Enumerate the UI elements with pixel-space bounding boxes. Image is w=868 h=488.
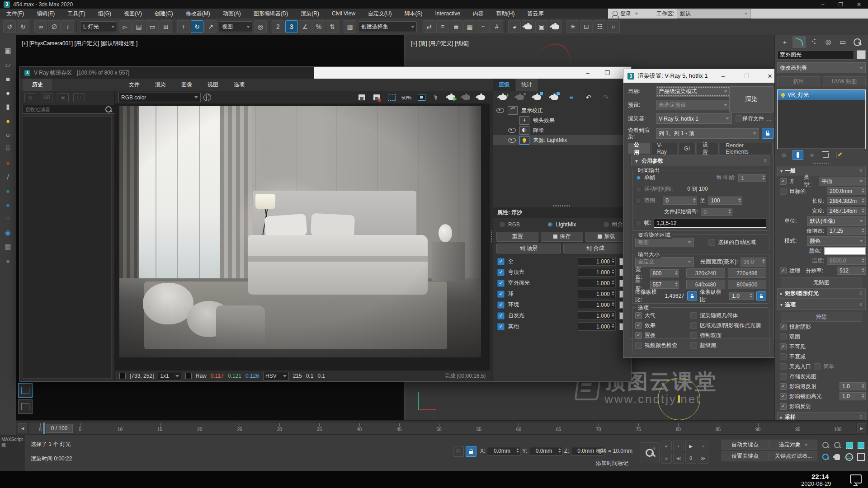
temperature-spinner[interactable]: 6500.0 [827,257,866,265]
source-radio-LightMix[interactable]: LightMix [547,221,576,228]
lightmix-row-穹顶光[interactable]: ✓穹顶光1.000 [493,267,631,278]
range-radio[interactable] [635,197,642,204]
light-multiplier-field[interactable]: 1.000 [578,311,616,320]
chat-bubble-icon[interactable] [850,474,862,483]
maximize-button[interactable]: ❐ [832,0,850,9]
lightmix-reset-button[interactable]: 重置 [496,232,538,242]
history-save-icon[interactable]: ▥ [24,93,36,102]
target-distance-spinner[interactable]: 200.0mm [827,187,866,195]
width-spinner[interactable]: 800 [650,269,679,277]
hierarchy-tab[interactable]: ⠪ [807,36,821,48]
visibility-eye-icon[interactable] [508,128,516,133]
timeline-range[interactable]: 0 / 100 [46,424,73,433]
vfb-menu-视图[interactable]: 视图 [200,79,226,91]
play-icon[interactable]: ▶ [685,441,696,451]
menu-item-编辑(E)[interactable]: 编辑(E) [30,9,61,19]
vfb-minimize-button[interactable]: – [580,67,595,79]
vfb-menu-图像[interactable]: 图像 [174,79,200,91]
width-spinner-light[interactable]: 2467.145m [827,207,866,215]
link-icon[interactable]: ∞ [34,20,47,33]
vfb-layers-tab[interactable]: 层级 [493,79,515,91]
select-icon[interactable]: ▻ [119,20,132,33]
light-analysis-icon[interactable]: ☀ [566,20,579,33]
tree-splitter-handle[interactable] [553,205,571,206]
menu-item-图形编辑器(D)[interactable]: 图形编辑器(D) [247,9,295,19]
lightmix-load-button[interactable]: 加载 [585,232,627,242]
light-type-select[interactable]: 平面 [819,177,866,186]
save-channels-icon[interactable] [371,93,382,102]
light-color-swatch[interactable] [824,247,866,255]
single-frame-radio[interactable] [635,175,642,181]
common-params-rollout[interactable]: ▼ 公用参数⠿ [631,155,770,166]
pivot-icon[interactable]: ◎ [254,20,267,33]
layer-row-来源: LightMix[interactable]: 来源: LightMix [493,135,631,145]
frames-radio[interactable] [635,220,642,226]
minimize-button[interactable]: – [814,0,832,9]
make-unique-icon[interactable]: ◆ [807,150,817,160]
undo-icon[interactable]: ↶ [583,93,594,102]
top-viewport-label[interactable]: [+] [顶] [用户定义] [线框] [411,40,469,47]
remove-layer-icon[interactable]: × [514,93,525,102]
viewport-layout-tab-active[interactable] [18,383,33,398]
dialog-tab-GI[interactable]: GI [678,143,696,154]
targeted-checkbox[interactable] [780,188,787,195]
camera-icon[interactable]: ▣ [3,45,14,56]
snap-3d-icon[interactable]: 3 [285,20,298,33]
object-name-input[interactable] [777,50,854,60]
menu-item-内容[interactable]: 内容 [467,9,490,19]
dialog-tab-V-Ray[interactable]: V-Ray [651,143,677,154]
light-checkbox[interactable]: ✓ [497,280,505,287]
menu-item-视图(V)[interactable]: 视图(V) [118,9,148,19]
zoom-all-icon[interactable] [832,440,843,450]
no-map-button[interactable]: 无贴图 [781,277,862,287]
file-start-spinner[interactable]: 0 [701,208,732,216]
modifier-list-select[interactable]: 修改器列表 [777,62,866,73]
layer-manager-icon[interactable]: ≣ [450,20,462,33]
auto-key-button[interactable]: 自动关键点 [722,440,769,450]
maximize-viewport-icon[interactable] [855,451,866,462]
active-segment-radio[interactable] [635,186,642,192]
pixel-size-select[interactable]: 1x1 [158,372,181,380]
value-spinner[interactable]: 1.0 [840,382,866,390]
save-layers-icon[interactable] [532,93,542,102]
checkbox[interactable] [635,342,642,349]
to-scene-button[interactable]: 到 场景 [496,244,561,253]
light-multiplier-field[interactable]: 1.000 [578,300,616,309]
renderer-select[interactable]: V-Ray 5, hotfix 1 [656,113,732,124]
checkbox[interactable] [780,333,787,340]
history-filter-input[interactable] [23,105,115,114]
stack-item-vraylight[interactable]: VR_灯光 [778,90,865,100]
vfb-menu-渲染[interactable]: 渲染 [147,79,174,91]
pin-stack-icon[interactable]: ◇ [779,150,789,160]
menu-item-Interactive[interactable]: Interactive [429,9,466,19]
redo-icon[interactable]: ↻ [17,20,29,33]
history-list[interactable] [23,116,112,379]
mirror-icon[interactable]: ⇄ [423,20,435,33]
layer-list-icon[interactable]: ≡ [566,93,577,102]
sphere-icon[interactable]: ● [3,87,14,98]
isolate-icon[interactable]: ⊡ [580,20,593,33]
menu-item-工具(T)[interactable]: 工具(T) [61,9,91,19]
reference-coordinate-select[interactable]: 视图 [219,21,252,32]
ribbon-icon[interactable]: ▦ [463,20,476,33]
every-n-spinner[interactable]: 1 [738,174,766,182]
srgb-toggle-icon[interactable] [203,94,211,101]
pixel-aspect-spinner[interactable]: 1.0 [729,292,754,300]
zoom-50-icon[interactable]: 50% [401,93,412,102]
spinner-snap-icon[interactable]: ⇅ [326,20,339,33]
object-color-swatch[interactable] [857,50,866,59]
extrude-button[interactable]: 挤出 [777,76,820,86]
vfb-canvas[interactable] [115,103,490,370]
bind-spacewarp-icon[interactable]: ≀ [61,20,74,33]
texture-checkbox[interactable]: ✓ [780,267,787,274]
layer-row-镜头效果[interactable]: +镜头效果 [493,115,631,125]
light-checkbox[interactable]: ✓ [497,269,505,276]
dialog-tab-设置[interactable]: 设置 [697,143,719,154]
visibility-eye-icon[interactable] [496,108,504,113]
load-layers-icon[interactable] [549,93,560,102]
save-image-icon[interactable] [356,93,367,102]
value-spinner[interactable]: 1.0 [840,392,866,400]
move-icon[interactable]: + [177,20,190,33]
checkbox[interactable]: ✓ [780,393,787,400]
light-checkbox[interactable]: ✓ [497,291,505,298]
